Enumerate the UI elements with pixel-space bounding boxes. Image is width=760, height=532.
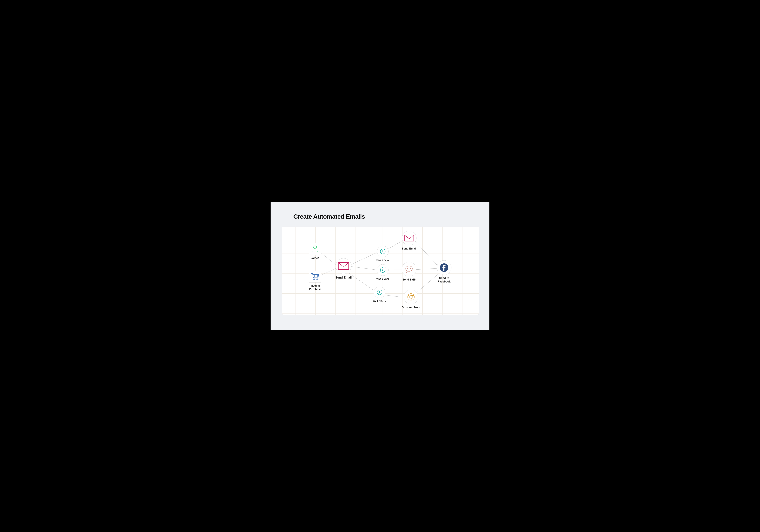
- node-joined[interactable]: Joined: [309, 243, 321, 260]
- node-send-sms[interactable]: Send SMS: [402, 262, 416, 282]
- svg-line-21: [382, 270, 383, 271]
- facebook-icon: [437, 260, 451, 275]
- clock-icon: [377, 246, 389, 257]
- svg-line-31: [408, 295, 410, 298]
- node-wait-2[interactable]: Wait 2 Days: [376, 264, 389, 280]
- svg-line-0: [321, 253, 335, 265]
- chrome-icon: [404, 289, 418, 304]
- node-send-email-2[interactable]: Send Email: [402, 231, 416, 250]
- svg-point-27: [410, 268, 411, 269]
- svg-line-32: [411, 297, 412, 300]
- node-label: Send to Facebook: [438, 276, 451, 284]
- envelope-icon: [402, 231, 416, 245]
- node-label: Send Email: [335, 276, 352, 280]
- envelope-icon: [336, 258, 352, 274]
- svg-line-1: [321, 268, 336, 275]
- node-browser-push[interactable]: Browser Push: [402, 289, 420, 309]
- clock-icon: [374, 287, 385, 298]
- node-wait-3[interactable]: Wait 2 Days: [373, 287, 386, 303]
- node-label: Wait 2 Days: [373, 300, 386, 303]
- node-send-email-main[interactable]: Send Email: [335, 258, 352, 280]
- cart-icon: [309, 271, 321, 283]
- svg-line-8: [416, 243, 437, 265]
- svg-line-9: [416, 268, 437, 270]
- node-label: Wait 2 Days: [376, 259, 389, 262]
- svg-line-3: [352, 267, 376, 270]
- person-icon: [309, 243, 321, 255]
- svg-line-5: [388, 241, 402, 249]
- node-send-facebook[interactable]: Send to Facebook: [437, 260, 451, 284]
- page-title: Create Automated Emails: [293, 213, 365, 220]
- automation-canvas[interactable]: Joined Made a Purchase: [282, 227, 479, 315]
- svg-line-6: [388, 270, 402, 270]
- node-wait-1[interactable]: Wait 2 Days: [376, 246, 389, 262]
- node-label: Joined: [311, 256, 319, 260]
- clock-icon: [377, 264, 389, 276]
- svg-line-4: [349, 273, 374, 290]
- node-label: Send Email: [402, 247, 416, 250]
- sms-icon: [402, 262, 416, 276]
- node-made-purchase[interactable]: Made a Purchase: [309, 271, 321, 291]
- svg-point-15: [313, 279, 315, 280]
- svg-point-11: [313, 246, 317, 249]
- node-label: Made a Purchase: [309, 284, 321, 291]
- svg-line-7: [384, 295, 403, 297]
- svg-point-25: [407, 268, 408, 269]
- svg-line-19: [382, 252, 383, 252]
- svg-point-16: [317, 279, 318, 280]
- svg-point-26: [409, 268, 409, 269]
- node-label: Send SMS: [403, 278, 416, 282]
- svg-point-28: [408, 293, 414, 300]
- node-label: Browser Push: [402, 306, 420, 309]
- node-label: Wait 2 Days: [376, 277, 389, 280]
- app-frame: Create Automated Emails: [270, 202, 490, 330]
- svg-line-23: [379, 293, 380, 293]
- svg-line-2: [351, 253, 377, 265]
